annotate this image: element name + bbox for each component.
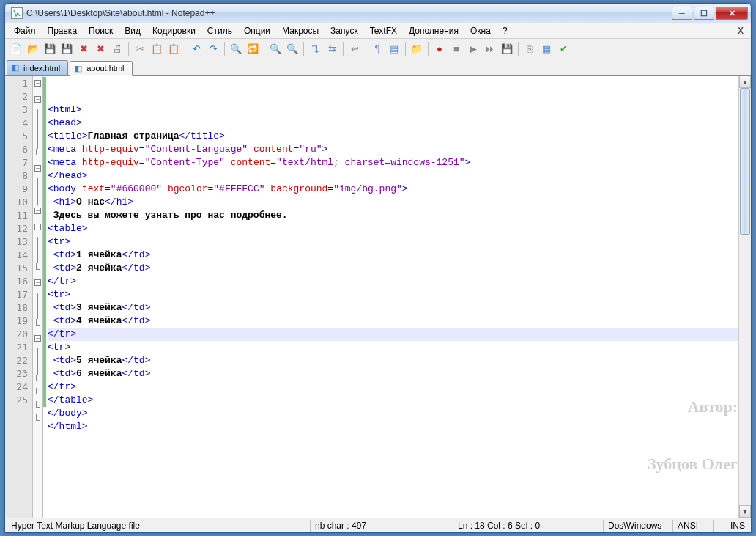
paste-icon[interactable]: 📋 (166, 41, 182, 57)
folder-as-workspace-icon[interactable]: 📁 (409, 41, 425, 57)
line-number[interactable]: 1 (5, 77, 28, 90)
scroll-up-icon[interactable]: ▲ (739, 76, 751, 88)
line-number[interactable]: 10 (5, 196, 28, 209)
fold-marker[interactable]: − (33, 208, 42, 221)
menu-кодировки[interactable]: Кодировки (147, 24, 201, 37)
wordwrap-icon[interactable]: ↩ (346, 41, 363, 57)
line-number[interactable]: 9 (5, 183, 28, 196)
vertical-scrollbar[interactable]: ▲ ▼ (738, 76, 751, 518)
maximize-button[interactable]: ☐ (694, 7, 714, 20)
line-number[interactable]: 13 (5, 235, 28, 249)
tab-index-html[interactable]: ◧index.html (7, 60, 68, 75)
code-line[interactable]: <meta http-equiv="Content-Language" cont… (48, 143, 751, 156)
fold-gutter[interactable]: −−−−−−− (33, 76, 43, 518)
line-number[interactable]: 15 (5, 262, 28, 275)
code-line[interactable]: <td>3 ячейка</td> (48, 301, 751, 315)
line-number[interactable]: 2 (5, 90, 28, 103)
code-line[interactable]: <td>2 ячейка</td> (48, 262, 751, 275)
find-icon[interactable]: 🔍 (228, 41, 244, 57)
menu-опции[interactable]: Опции (238, 24, 276, 37)
fold-marker[interactable]: − (33, 96, 42, 109)
zoom-in-icon[interactable]: 🔍 (267, 41, 284, 57)
menu-файл[interactable]: Файл (8, 24, 42, 37)
code-line[interactable]: <table> (48, 222, 751, 235)
menu-?[interactable]: ? (497, 24, 514, 37)
line-number[interactable]: 14 (5, 249, 28, 262)
line-number[interactable]: 8 (5, 169, 28, 183)
code-line[interactable]: <html> (48, 103, 751, 117)
line-number[interactable]: 23 (5, 367, 28, 381)
line-number[interactable]: 7 (5, 156, 28, 169)
fold-marker[interactable]: − (33, 224, 42, 237)
redo-icon[interactable]: ↷ (205, 41, 221, 57)
title-bar[interactable]: C:\Users\1\Desktop\Site\about.html - Not… (5, 4, 751, 23)
undo-icon[interactable]: ↶ (188, 41, 204, 57)
code-line[interactable]: <tr> (48, 235, 751, 249)
save-all-icon[interactable]: 💾 (59, 41, 75, 57)
line-number[interactable]: 3 (5, 103, 28, 117)
save-icon[interactable]: 💾 (42, 41, 58, 57)
code-line[interactable]: <tr> (48, 341, 751, 354)
sync-v-icon[interactable]: ⇅ (307, 41, 323, 57)
code-line[interactable]: <title>Главная страница</title> (48, 130, 751, 143)
code-line[interactable]: <tr> (48, 288, 751, 301)
close-window-button[interactable]: ✕ (716, 7, 748, 20)
menu-поиск[interactable]: Поиск (83, 24, 119, 37)
code-line[interactable]: </head> (48, 169, 751, 183)
line-number-gutter[interactable]: 1234567891011121314151617181920212223242… (5, 76, 33, 518)
fold-marker[interactable]: − (33, 165, 42, 178)
macro-save-icon[interactable]: 💾 (499, 41, 515, 57)
print-icon[interactable]: 🖨 (109, 41, 125, 57)
code-line[interactable]: <head> (48, 117, 751, 130)
scroll-down-icon[interactable]: ▼ (739, 505, 751, 518)
zoom-out-icon[interactable]: 🔍 (284, 41, 300, 57)
menu-вид[interactable]: Вид (119, 24, 147, 37)
code-line[interactable]: <td>4 ячейка</td> (48, 315, 751, 328)
line-number[interactable]: 19 (5, 315, 28, 328)
new-file-icon[interactable]: 📄 (8, 41, 24, 57)
code-line[interactable]: </html> (48, 420, 751, 433)
show-all-icon[interactable]: ¶ (369, 41, 385, 57)
macro-stop-icon[interactable]: ■ (448, 41, 464, 57)
code-line[interactable]: <body text="#660000" bgcolor="#FFFFCC" b… (48, 183, 751, 196)
spellcheck-icon[interactable]: ✔ (555, 41, 571, 57)
line-number[interactable]: 20 (5, 328, 28, 341)
fold-marker[interactable]: − (33, 80, 42, 93)
line-number[interactable]: 25 (5, 394, 28, 407)
copy-icon[interactable]: 📋 (149, 41, 165, 57)
minimize-button[interactable]: ─ (672, 7, 692, 20)
menu-стиль[interactable]: Стиль (201, 24, 238, 37)
code-line[interactable]: <h1>О нас</h1> (48, 196, 751, 209)
menu-правка[interactable]: Правка (42, 24, 84, 37)
code-line[interactable]: </table> (48, 394, 751, 407)
scroll-thumb[interactable] (740, 88, 750, 235)
macro-play-icon[interactable]: ▶ (465, 41, 481, 57)
code-line[interactable]: Здесь вы можете узнать про нас подробнее… (48, 209, 751, 222)
code-line[interactable]: <td>1 ячейка</td> (48, 249, 751, 262)
line-number[interactable]: 6 (5, 143, 28, 156)
menu-макросы[interactable]: Макросы (276, 24, 325, 37)
line-number[interactable]: 18 (5, 301, 28, 315)
fold-marker[interactable]: − (33, 335, 42, 348)
line-number[interactable]: 5 (5, 130, 28, 143)
code-area[interactable]: <html><head><title>Главная страница</tit… (46, 76, 751, 518)
tab-about-html[interactable]: ◧about.html (70, 61, 132, 76)
code-line[interactable]: <td>5 ячейка</td> (48, 354, 751, 367)
code-line[interactable]: </tr> (48, 275, 751, 288)
compare-icon[interactable]: ⎘ (522, 41, 538, 57)
close-icon[interactable]: ✖ (75, 41, 92, 57)
close-all-icon[interactable]: ✖ (92, 41, 108, 57)
code-line[interactable]: <meta http-equiv="Content-Type" content=… (48, 156, 751, 169)
doc-map-icon[interactable]: ▦ (538, 41, 555, 57)
macro-play-multi-icon[interactable]: ⏭ (482, 41, 498, 57)
line-number[interactable]: 16 (5, 275, 28, 288)
menu-запуск[interactable]: Запуск (325, 24, 364, 37)
macro-record-icon[interactable]: ● (431, 41, 448, 57)
line-number[interactable]: 17 (5, 288, 28, 301)
line-number[interactable]: 24 (5, 381, 28, 394)
code-line[interactable]: </tr> (48, 381, 751, 394)
replace-icon[interactable]: 🔁 (245, 41, 261, 57)
line-number[interactable]: 4 (5, 117, 28, 130)
line-number[interactable]: 12 (5, 222, 28, 235)
code-line[interactable]: </body> (48, 407, 751, 420)
